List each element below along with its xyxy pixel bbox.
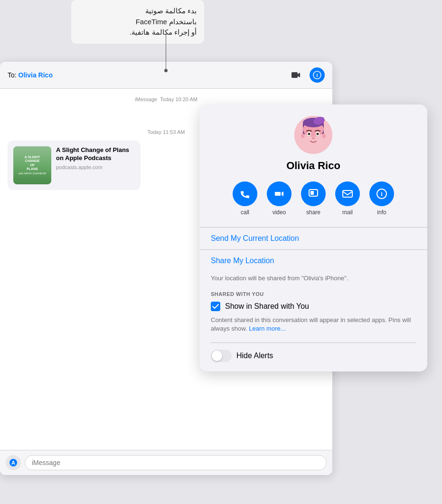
app-store-button[interactable]: A [6,455,21,470]
callout-text: بدء مكالمة صوتية باستخدام FaceTime أو إج… [71,0,204,44]
input-bar: A [0,450,332,475]
svg-point-12 [317,133,319,135]
svg-rect-20 [343,190,352,197]
send-location-item[interactable]: Send My Current Location [211,228,416,249]
recipient-name: Olivia Rico [19,71,53,79]
action-buttons: call video share [211,181,416,216]
mail-label: mail [342,209,353,216]
messages-to-field: To: Olivia Rico [8,71,53,79]
learn-more-link[interactable]: Learn more... [249,325,285,332]
info-label: info [377,209,386,216]
svg-point-13 [312,137,315,139]
video-action[interactable]: video [267,181,292,216]
podcast-title: A Slight Change of Plans on Apple Podcas… [56,146,135,162]
hide-alerts-row[interactable]: Hide Alerts [211,342,416,362]
detail-panel-content: Olivia Rico call video [199,105,427,371]
svg-point-11 [308,133,310,135]
hide-alerts-toggle[interactable] [211,350,232,362]
memoji-svg [294,116,332,154]
video-button[interactable] [267,181,292,206]
callout-arrow [166,34,166,72]
svg-point-15 [322,133,326,138]
podcast-info: A Slight Change of Plans on Apple Podcas… [56,146,135,170]
info-circle-button[interactable]: i [369,181,394,206]
svg-point-14 [301,133,305,138]
video-icon [273,188,285,200]
share-location-item[interactable]: Share My Location [211,250,416,272]
callout-line3: أو إجراء مكالمة هاتفية. [79,27,197,38]
share-action[interactable]: share [301,181,326,216]
phone-icon [239,188,251,200]
contact-name: Olivia Rico [211,160,416,172]
shared-section-label: SHARED WITH YOU [211,291,416,297]
shared-sub-text: Content shared in this conversation will… [211,316,416,333]
info-circle-icon: i [376,188,387,200]
share-button[interactable] [301,181,326,206]
app-store-icon: A [9,458,18,467]
mail-action[interactable]: mail [335,181,360,216]
detail-panel: Olivia Rico call video [199,105,427,371]
show-in-shared-label: Show in Shared with You [225,302,309,311]
svg-rect-19 [310,191,314,195]
info-icon: i [313,71,321,79]
facetime-video-button[interactable] [289,67,304,83]
avatar-container [211,116,416,154]
video-camera-icon [292,72,301,78]
svg-rect-0 [292,72,298,78]
podcast-domain: podcasts.apple.com [56,164,135,170]
call-label: call [241,209,249,216]
messages-header: To: Olivia Rico i [0,62,332,89]
info-button[interactable]: i [310,67,325,83]
podcast-thumb-text: A SLIGHTCHANGEOFPLANSwith MAYA SHANKAR [16,155,49,175]
header-icons: i [289,67,325,83]
share-label: share [306,209,320,216]
location-sub-text: Your location will be shared from "Olivi… [211,275,416,285]
show-in-shared-row[interactable]: Show in Shared with You [211,302,416,311]
podcast-thumbnail: A SLIGHTCHANGEOFPLANSwith MAYA SHANKAR [13,146,51,184]
hide-alerts-label: Hide Alerts [236,352,273,360]
checkmark-icon [212,304,219,309]
info-action[interactable]: i info [369,181,394,216]
mail-icon [342,188,353,200]
share-location-text[interactable]: Share My Location [211,257,416,265]
to-label: To: [8,71,17,79]
podcast-card[interactable]: A SLIGHTCHANGEOFPLANSwith MAYA SHANKAR A… [8,141,141,190]
message-timestamp-1: iMessage Today 10:20 AM [8,96,325,102]
callout-line1: بدء مكالمة صوتية [79,6,197,17]
send-location-text[interactable]: Send My Current Location [211,234,416,243]
svg-text:A: A [11,460,15,466]
call-action[interactable]: call [233,181,257,216]
svg-text:i: i [316,72,318,78]
mail-button[interactable] [335,181,360,206]
video-label: video [273,209,286,216]
callout-line2: باستخدام FaceTime [79,17,197,28]
share-icon [308,188,319,200]
shared-section: SHARED WITH YOU Show in Shared with You … [211,291,416,333]
message-input[interactable] [25,455,327,470]
show-in-shared-checkbox[interactable] [211,302,220,311]
svg-text:i: i [381,190,383,198]
avatar [294,116,332,154]
callout-tooltip: بدء مكالمة صوتية باستخدام FaceTime أو إج… [71,0,204,44]
call-button[interactable] [233,181,257,206]
